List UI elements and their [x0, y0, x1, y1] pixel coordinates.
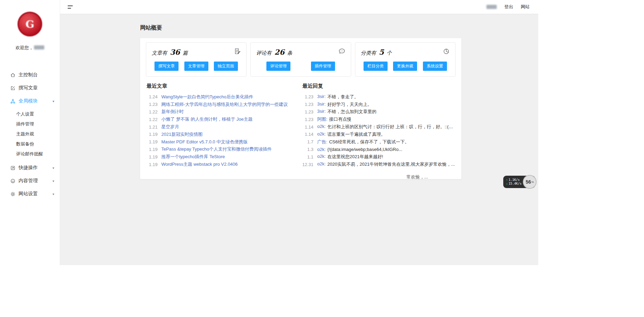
- article-link[interactable]: 星空岁月: [161, 124, 179, 130]
- smiley-icon: [10, 178, 15, 184]
- article-link[interactable]: 新年倒计时: [161, 109, 184, 115]
- recent-replies-title: 最近回复: [302, 83, 456, 89]
- article-date: 1.19: [146, 154, 158, 160]
- browser-viewport: G 欢迎您， 主控制台 撰写文章 全局模块 ▾ 个: [0, 0, 538, 265]
- reply-date: 1.14: [302, 132, 313, 137]
- reply-author-link[interactable]: 3sir:: [317, 109, 326, 115]
- article-date: 1.21: [146, 124, 158, 130]
- pie-chart-icon: [443, 48, 450, 55]
- pencil-square-icon: [10, 86, 15, 91]
- reply-text: 2020实鼠不易，2021牛转乾坤首先在这里,祝大家岁岁常欢愉，...: [327, 161, 455, 167]
- stat-action-button[interactable]: 评论管理: [266, 62, 290, 71]
- article-link[interactable]: TePass &tepay Typecho个人支付宝和微信付费阅读插件: [161, 146, 272, 152]
- recent-replies-section: 最近回复 1.23 3sir:不错，拿走了。 1.23: [302, 83, 456, 168]
- reply-date: 1.3: [302, 147, 313, 152]
- reply-author-link[interactable]: 3sir:: [317, 94, 326, 100]
- stat-action-button[interactable]: 系统设置: [423, 62, 447, 71]
- recent-articles-section: 最近文章 1.24 WangStyle一款白色简约Typecho后台美化插件: [146, 83, 297, 168]
- article-row: 1.24 WangStyle一款白色简约Typecho后台美化插件: [146, 93, 297, 101]
- stats-row: 文章有36篇 撰写文章文章管理独立页面 评论有26条: [146, 42, 456, 77]
- article-link[interactable]: 小懒了 梦不落 的人生倒计时，移植于 Joe主题: [161, 116, 253, 122]
- submenu-item[interactable]: 个人设置: [0, 109, 60, 119]
- reply-author-link[interactable]: o2k:: [317, 154, 326, 160]
- sidebar-item-quick-actions[interactable]: 快捷操作 ▾: [0, 161, 60, 174]
- comment-icon: [338, 48, 345, 55]
- stat-action-button[interactable]: 撰写文章: [154, 62, 179, 71]
- article-link[interactable]: Master PDF Editor v5.7.0.0 中文绿色便携版: [161, 139, 248, 145]
- chevron-down-icon: ▾: [53, 99, 54, 103]
- article-link[interactable]: 2021新冠实时疫情图: [161, 131, 203, 138]
- reply-author-link[interactable]: o2k:: [317, 147, 326, 152]
- reply-row: 1.23 3sir:好好学习，天天向上。: [302, 101, 456, 108]
- article-link[interactable]: WordPress主题 webstack pro V2.0406: [161, 161, 238, 167]
- submenu-item[interactable]: 评论邮件提醒: [0, 149, 60, 159]
- submenu-item[interactable]: 数据备份: [0, 139, 60, 149]
- reply-text: 谎言重复一千遍就成了真理。: [327, 131, 386, 138]
- sidebar-item-content-management[interactable]: 内容管理 ▾: [0, 174, 60, 187]
- stat-comments-buttons: 评论管理插件管理: [256, 62, 345, 71]
- reply-row: 1.3 o2k:{!{data:image/webp;base64,UkIGRo…: [302, 146, 456, 153]
- reply-author-link[interactable]: 阿图:: [317, 116, 327, 122]
- reply-text: {!{data:image/webp;base64,UkIGRo...: [327, 147, 402, 152]
- article-row: 1.22 小懒了 梦不落 的人生倒计时，移植于 Joe主题: [146, 116, 297, 123]
- up-arrow-icon: ↑: [506, 178, 508, 182]
- reply-date: 1.23: [302, 94, 313, 99]
- comments-count: 26: [274, 48, 284, 56]
- overview-card: 文章有36篇 撰写文章文章管理独立页面 评论有26条: [140, 38, 461, 179]
- menu-toggle-icon[interactable]: [68, 6, 74, 9]
- reply-author-link[interactable]: 广告:: [317, 139, 327, 145]
- reply-text: 好好学习，天天向上。: [327, 101, 372, 108]
- submenu-item[interactable]: 插件管理: [0, 119, 60, 129]
- submenu-item[interactable]: 主题外观: [0, 129, 60, 139]
- stat-action-button[interactable]: 独立页面: [214, 62, 238, 71]
- sidebar-item-write-article[interactable]: 撰写文章: [0, 81, 60, 95]
- reply-text: 乞讨和上班的区别气讨：叹行行好 上班：叹，行，行，好。::(心碎): [327, 124, 456, 130]
- memory-percent-badge[interactable]: 56%: [523, 175, 537, 189]
- main-area: 网站概要 文章有36篇 撰写文章文章管理独立页面: [60, 14, 538, 265]
- stat-action-button[interactable]: 插件管理: [311, 62, 335, 71]
- reply-author-link[interactable]: o2k:: [317, 131, 326, 138]
- article-icon: [234, 48, 241, 55]
- sidebar-item-site-settings[interactable]: 网站设置 ▾: [0, 187, 60, 200]
- site-logo: G: [18, 12, 42, 36]
- reply-date: 1.23: [302, 109, 313, 114]
- site-link[interactable]: 网站: [521, 4, 530, 10]
- article-link[interactable]: WangStyle一款白色简约Typecho后台美化插件: [161, 94, 253, 100]
- chevron-down-icon: ▾: [53, 192, 54, 196]
- article-row: 1.19 推荐一个typecho插件库 TeStore: [146, 153, 297, 161]
- recent-articles-title: 最近文章: [147, 83, 297, 89]
- reply-text: 不错，怎么加到文章里的: [327, 109, 377, 115]
- global-modules-submenu: 个人设置 插件管理 主题外观 数据备份 评论邮件提醒: [0, 109, 60, 159]
- logout-link[interactable]: 登出: [504, 4, 513, 10]
- article-row: 1.19 Master PDF Editor v5.7.0.0 中文绿色便携版: [146, 138, 297, 146]
- reply-author-link[interactable]: o2k:: [317, 161, 326, 167]
- reply-author-link[interactable]: o2k:: [317, 124, 326, 130]
- recent-replies-list: 1.23 3sir:不错，拿走了。 1.23 3sir:好好学习，天天向上。: [302, 93, 456, 168]
- stat-categories: 分类有5个 栏目分类更换外观系统设置: [355, 42, 456, 77]
- username-redacted: [34, 45, 44, 50]
- gear-icon: [10, 192, 15, 197]
- article-row: 1.19 TePass &tepay Typecho个人支付宝和微信付费阅读插件: [146, 146, 297, 153]
- article-row: 1.19 WordPress主题 webstack pro V2.0406: [146, 161, 297, 168]
- speed-monitor-widget[interactable]: ↑1.1K/s ↓15.4K/s 56%: [503, 175, 537, 189]
- sidebar-item-global-modules[interactable]: 全局模块 ▾: [0, 95, 60, 108]
- page-title: 网站概要: [140, 14, 461, 32]
- article-date: 1.19: [146, 162, 158, 167]
- topbar: 登出 网站: [60, 0, 538, 14]
- reply-author-link[interactable]: 3sir:: [317, 101, 326, 108]
- stat-action-button[interactable]: 文章管理: [184, 62, 208, 71]
- reply-date: 12.31: [302, 162, 313, 167]
- sidebar-item-dashboard[interactable]: 主控制台: [0, 68, 60, 81]
- stat-action-button[interactable]: 更换外观: [393, 62, 417, 71]
- chevron-down-icon: ▾: [53, 166, 54, 170]
- article-link[interactable]: 网络工程师-大学四年总结与感悟及给刚上大学的同学的一些建议: [161, 101, 288, 108]
- article-date: 1.19: [146, 139, 158, 144]
- reply-row: 1.7 广告:CS6经常死机，保存不了，下载试一下。: [302, 138, 456, 146]
- reply-text: CS6经常死机，保存不了，下载试一下。: [329, 139, 409, 145]
- nodes-icon: [10, 99, 15, 104]
- article-link[interactable]: 推荐一个typecho插件库 TeStore: [161, 154, 225, 160]
- arrow-box-icon: [10, 165, 15, 171]
- stat-articles-buttons: 撰写文章文章管理独立页面: [152, 62, 241, 71]
- stat-action-button[interactable]: 栏目分类: [364, 62, 388, 71]
- reply-date: 1.14: [302, 124, 313, 130]
